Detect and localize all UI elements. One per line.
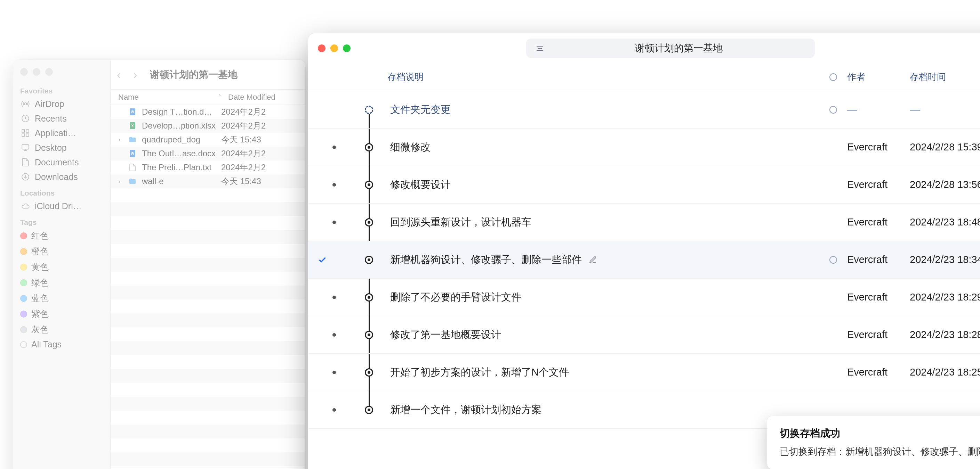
file-row[interactable]: XDevelop…ption.xlsx2024年2月2	[111, 119, 305, 133]
commit-time: 2024/2/23 18:48:52	[910, 216, 980, 228]
sidebar-item-desktop[interactable]: Desktop	[13, 140, 110, 155]
finder-sidebar: Favorites AirDropRecentsApplicati…Deskto…	[13, 60, 111, 469]
sidebar-item-apps[interactable]: Applicati…	[13, 126, 110, 140]
file-row[interactable]: ›quadruped_dog今天 15:43	[111, 133, 305, 147]
file-row[interactable]: WDesign T…tion.docx2024年2月2	[111, 105, 305, 119]
commit-desc: 文件夹无变更	[390, 103, 451, 117]
select-all-radio[interactable]	[829, 73, 837, 81]
sidebar-tag[interactable]: 紫色	[13, 306, 110, 322]
finder-path-bar[interactable]: ›››››for EverC…›谢顿…	[111, 467, 305, 469]
commit-author: Evercraft	[847, 254, 910, 265]
tag-dot-icon	[20, 264, 27, 271]
sidebar-tag[interactable]: 灰色	[13, 322, 110, 337]
commit-row[interactable]: 修改概要设计Evercraft2024/2/28 13:56:57•••	[308, 166, 980, 204]
status-dot-icon	[332, 371, 336, 374]
commit-row[interactable]: 细微修改Evercraft2024/2/28 15:39:43•••	[308, 128, 980, 166]
sidebar-item-label: All Tags	[31, 339, 62, 350]
disclosure-icon[interactable]: ›	[118, 136, 123, 144]
traffic-zoom[interactable]	[45, 68, 53, 76]
sidebar-item-label: Downloads	[35, 172, 78, 182]
col-time[interactable]: 存档时间	[910, 71, 980, 83]
sidebar-item-label: Desktop	[35, 143, 67, 153]
file-date: 2024年2月2	[221, 120, 298, 132]
toast-title: 切换存档成功	[780, 426, 980, 440]
file-row[interactable]: The Preli…Plan.txt2024年2月2	[111, 160, 305, 174]
file-row[interactable]: WThe Outl…ase.docx2024年2月2	[111, 147, 305, 160]
all-tags-icon	[20, 341, 27, 348]
traffic-close[interactable]	[318, 44, 326, 52]
row-radio[interactable]	[829, 256, 837, 264]
commit-row[interactable]: 删除了不必要的手臂设计文件Evercraft2024/2/23 18:29:16…	[308, 279, 980, 316]
commit-row[interactable]: 修改了第一基地概要设计Evercraft2024/2/23 18:28:04••…	[308, 316, 980, 354]
sidebar-tag[interactable]: 橙色	[13, 244, 110, 259]
col-author[interactable]: 作者	[847, 71, 910, 83]
sidebar-item-icloud[interactable]: iCloud Dri…	[13, 199, 110, 213]
svg-text:W: W	[131, 152, 134, 156]
sidebar-item-label: 蓝色	[31, 293, 49, 304]
commit-author: Evercraft	[847, 292, 910, 303]
sidebar-item-airdrop[interactable]: AirDrop	[13, 97, 110, 111]
title-pill[interactable]: 谢顿计划的第一基地	[526, 38, 815, 58]
traffic-close[interactable]	[20, 68, 28, 76]
commit-row[interactable]: 文件夹无变更——	[308, 91, 980, 128]
svg-rect-3	[26, 130, 29, 132]
commit-author: Evercraft	[847, 329, 910, 341]
finder-traffic-lights	[13, 65, 110, 82]
sidebar-tag[interactable]: 黄色	[13, 259, 110, 275]
status-dot-icon	[332, 220, 336, 224]
sidebar-tag[interactable]: 红色	[13, 228, 110, 244]
commit-row[interactable]: 新增机器狗设计、修改骡子、删除一些部件Evercraft2024/2/23 18…	[308, 241, 980, 279]
sidebar-item-downloads[interactable]: Downloads	[13, 170, 110, 184]
commit-desc: 删除了不必要的手臂设计文件	[390, 290, 521, 304]
docx-icon: W	[128, 149, 137, 158]
docx-icon: W	[128, 107, 137, 116]
sidebar-item-label: 灰色	[31, 324, 49, 335]
commit-desc: 新增机器狗设计、修改骡子、删除一些部件	[390, 253, 582, 267]
row-radio[interactable]	[829, 106, 837, 114]
file-row[interactable]: ›wall-e今天 15:43	[111, 174, 305, 188]
sidebar-item-label: Documents	[35, 157, 79, 168]
menu-icon[interactable]	[536, 45, 544, 51]
sidebar-item-label: Applicati…	[35, 128, 76, 138]
commit-author: Evercraft	[847, 141, 910, 153]
sidebar-item-documents[interactable]: Documents	[13, 155, 110, 170]
finder-toolbar: ‹ › 谢顿计划的第一基地	[111, 60, 305, 90]
sidebar-tag[interactable]: All Tags	[13, 337, 110, 352]
file-name: wall-e	[142, 176, 216, 186]
sidebar-tag[interactable]: 绿色	[13, 275, 110, 290]
commit-node-icon	[365, 293, 373, 301]
file-name: The Preli…Plan.txt	[142, 163, 216, 172]
column-name[interactable]: Name	[118, 93, 211, 102]
column-date[interactable]: Date Modified	[228, 93, 298, 102]
commit-node-icon	[365, 331, 373, 339]
commit-desc: 新增一个文件，谢顿计划初始方案	[390, 403, 541, 417]
svg-text:W: W	[131, 110, 134, 114]
evercraft-title: 谢顿计划的第一基地	[553, 42, 805, 55]
traffic-minimize[interactable]	[33, 68, 40, 76]
nav-forward-icon[interactable]: ›	[133, 68, 137, 81]
finder-columns-header[interactable]: Name ˄ Date Modified	[111, 90, 305, 105]
commit-row[interactable]: 开始了初步方案的设计，新增了N个文件Evercraft2024/2/23 18:…	[308, 354, 980, 391]
traffic-zoom[interactable]	[343, 44, 350, 52]
commit-node-icon	[365, 106, 373, 114]
svg-text:X: X	[132, 124, 134, 128]
commit-row[interactable]: 回到源头重新设计，设计机器车Evercraft2024/2/23 18:48:5…	[308, 204, 980, 241]
recents-icon	[20, 113, 30, 124]
commits-list: 文件夹无变更——细微修改Evercraft2024/2/28 15:39:43•…	[308, 91, 980, 469]
nav-back-icon[interactable]: ‹	[117, 68, 121, 81]
traffic-minimize[interactable]	[330, 44, 338, 52]
status-dot-icon	[332, 296, 336, 299]
file-date: 2024年2月2	[221, 162, 298, 173]
sidebar-item-label: iCloud Dri…	[35, 201, 82, 211]
col-desc[interactable]: 存档说明	[387, 71, 819, 83]
sidebar-tag[interactable]: 蓝色	[13, 290, 110, 306]
file-date: 今天 15:43	[221, 176, 298, 187]
sidebar-item-label: 紫色	[31, 308, 49, 320]
documents-icon	[20, 157, 30, 168]
sidebar-item-recents[interactable]: Recents	[13, 111, 110, 126]
commit-node-icon	[365, 368, 373, 377]
commit-desc: 开始了初步方案的设计，新增了N个文件	[390, 366, 569, 379]
disclosure-icon[interactable]: ›	[118, 178, 123, 185]
edit-icon[interactable]	[589, 256, 597, 264]
folder-icon	[128, 135, 137, 144]
